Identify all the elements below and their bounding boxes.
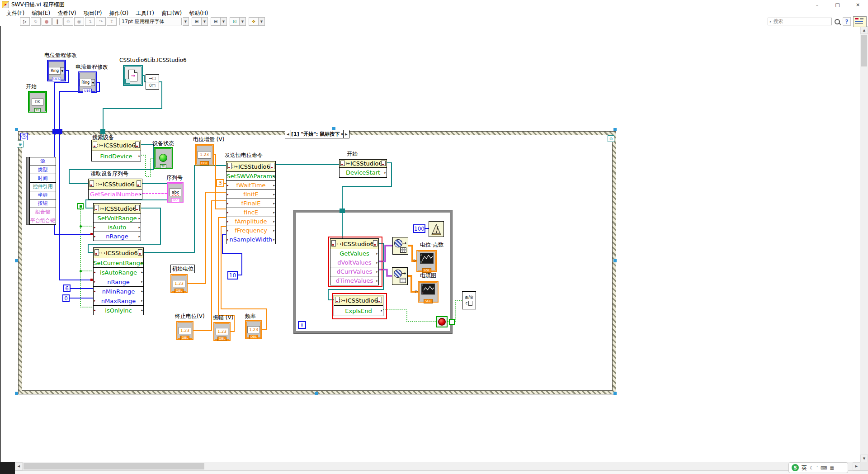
class-open-reference-node[interactable]: →□ 0□ (146, 74, 159, 90)
param-row[interactable]: isOnlyInc (94, 305, 143, 315)
dynamic-event-terminal-icon[interactable]: ⊕ (608, 135, 614, 142)
loop-boolean-tunnel[interactable] (449, 319, 455, 325)
event-data-item[interactable]: 组合键 (30, 208, 56, 216)
menu-help[interactable]: 帮助(H) (185, 9, 212, 18)
loop-condition-terminal[interactable] (436, 316, 448, 327)
param-row[interactable]: fInitE (226, 190, 275, 199)
method-row[interactable]: SetCurrentRange (94, 258, 143, 267)
event-data-item[interactable]: 时间 (30, 174, 56, 182)
invoke-node-set-current-range[interactable]: ∷→ICSStudio6 SetCurrentRange isAutoRange… (93, 247, 144, 315)
scroll-left-icon[interactable]: ◀ (15, 462, 23, 470)
v-increment-control[interactable]: 1.23 DBL (195, 144, 214, 166)
run-button[interactable]: ▷ (20, 17, 30, 26)
selection-handle[interactable] (613, 128, 617, 131)
dynamic-event-terminal-icon[interactable]: ⊕ (17, 141, 24, 147)
event-data-item[interactable]: 按钮 (30, 199, 56, 208)
convert-to-dynamic-data-node[interactable]: → (392, 267, 408, 285)
align-objects-dropdown[interactable]: ⊞ (192, 17, 202, 26)
invoke-node-get-serial[interactable]: ∷→ICSStudio6 GetSerialNumber (88, 179, 142, 199)
selection-handle[interactable] (15, 392, 18, 395)
method-row[interactable]: ExpIsEnd (334, 305, 383, 316)
param-row[interactable]: fIncE (226, 208, 275, 217)
event-structure-selector[interactable]: ◀ [1] "开始": 鼠标按下 ▼ ▶ (285, 130, 349, 138)
param-row[interactable]: fFrequency (226, 226, 275, 235)
param-row[interactable]: nRange (94, 232, 141, 241)
invoke-node-exp-is-end[interactable]: ∷→ICSStudio6 ExpIsEnd (334, 295, 383, 316)
invoke-node-set-swva-params[interactable]: ∷→ICSStudio6 SetSWVAParams fWaitTime fIn… (226, 161, 276, 244)
graph-terminal-current[interactable]: ▷ 20 SGL (418, 281, 439, 303)
scroll-down-icon[interactable]: ▼ (860, 455, 868, 462)
convert-to-dynamic-data-node[interactable]: → (392, 237, 408, 255)
ime-status-bar[interactable]: S 英 ☾ ’ ⌨ ▦ (788, 462, 848, 473)
start-button-terminal[interactable]: OK TF (28, 91, 47, 113)
menu-project[interactable]: 项目(P) (80, 9, 106, 18)
menu-file[interactable]: 文件(F) (3, 9, 28, 18)
misc-subvi-node[interactable]: 图/缩 c (462, 291, 476, 309)
menu-edit[interactable]: 编辑(E) (28, 9, 54, 18)
menu-tools[interactable]: 工具(T) (132, 9, 158, 18)
run-continuous-button[interactable]: ↻ (31, 17, 41, 26)
horizontal-scroll-thumb[interactable] (24, 463, 204, 469)
vi-icon[interactable] (853, 16, 867, 27)
ring-control-current-range[interactable]: Ring▼ U16 (78, 71, 97, 93)
ime-moon-icon[interactable]: ☾ (810, 465, 814, 470)
constant-min-range[interactable]: 6 (63, 284, 71, 292)
invoke-node-find-device[interactable]: ∷→ICSStudio6 FindDevice (91, 140, 141, 161)
event-data-item[interactable]: 控件引用 (30, 182, 56, 191)
method-row[interactable]: GetSerialNumber (89, 189, 142, 199)
param-row[interactable]: nSampleWidth (226, 235, 275, 244)
device-status-led[interactable]: TF (154, 147, 173, 169)
param-row[interactable]: nMinRange (94, 286, 143, 296)
maximize-button[interactable]: ▢ (827, 0, 848, 9)
param-row[interactable]: fFinalE (226, 199, 275, 208)
invoke-node-set-volt-range[interactable]: ∷→ICSStudio6 SetVoltRange isAuto nRange (93, 203, 141, 241)
frequency-control[interactable]: 1.23 DBL (245, 320, 262, 339)
amplitude-control[interactable]: 1.23 DBL (213, 322, 231, 341)
loop-tunnel[interactable] (340, 209, 345, 213)
constant-wait[interactable]: 3 (216, 179, 224, 187)
selection-handle[interactable] (613, 392, 617, 395)
constant-sample-width[interactable]: 10 (227, 271, 238, 280)
distribute-objects-dropdown[interactable]: ⊟ (211, 17, 221, 26)
scroll-up-icon[interactable]: ▲ (860, 26, 868, 34)
pause-button[interactable]: ‖ (52, 17, 62, 26)
ime-toolbox-icon[interactable]: ▦ (830, 465, 834, 470)
step-over-button[interactable]: ↷ (96, 17, 106, 26)
ime-punctuation-icon[interactable]: ’ (816, 465, 818, 470)
resize-objects-caret-icon[interactable]: ▼ (240, 17, 246, 26)
vertical-scroll-thumb[interactable] (861, 35, 867, 66)
event-data-item[interactable]: 类型 (30, 166, 56, 174)
serial-number-indicator[interactable]: abc abc (167, 182, 184, 203)
class-constant[interactable]: → (123, 65, 143, 86)
help-button[interactable]: ? (843, 17, 851, 26)
menu-view[interactable]: 查看(V) (54, 9, 80, 18)
event-data-node[interactable]: 源 类型 时间 控件引用 坐标 按钮 组合键 平台组合键 (26, 157, 56, 225)
param-row[interactable]: nRange (94, 277, 143, 286)
abort-button[interactable]: ● (42, 17, 52, 26)
search-input[interactable]: ▸ 搜索 (768, 18, 832, 25)
step-out-button[interactable]: ↥ (107, 17, 117, 26)
reorder-caret-icon[interactable]: ▼ (259, 17, 265, 26)
selection-handle[interactable] (15, 259, 18, 262)
wait-ms-constant[interactable]: 100 (413, 224, 425, 233)
font-selector-caret-icon[interactable]: ▼ (183, 17, 189, 26)
vertical-scrollbar[interactable] (860, 26, 868, 462)
distribute-objects-caret-icon[interactable]: ▼ (221, 17, 227, 26)
ime-language-indicator[interactable]: 英 (802, 464, 807, 472)
selection-handle[interactable] (315, 392, 318, 395)
selection-handle[interactable] (332, 127, 335, 130)
minimize-button[interactable]: – (807, 0, 827, 9)
wait-until-next-ms-node[interactable] (429, 221, 444, 237)
reorder-dropdown[interactable]: ❖ (249, 17, 259, 26)
tunnel[interactable] (52, 129, 57, 134)
event-data-item[interactable]: 源 (30, 157, 56, 166)
highlight-execution-button[interactable]: ☼ (63, 17, 73, 26)
graph-terminal-voltage[interactable]: ▷ 20 SGL (416, 250, 437, 272)
event-next-icon[interactable]: ▶ (343, 130, 349, 138)
invoke-node-get-values[interactable]: ∷→ICSStudio6 GetValues dVoltValues dCurr… (330, 238, 379, 285)
param-row[interactable]: fAmplitude (226, 217, 275, 226)
constant-max-range[interactable]: 0 (62, 294, 70, 302)
step-into-button[interactable]: ↴ (85, 17, 95, 26)
menu-window[interactable]: 窗口(W) (158, 9, 185, 18)
retain-wire-values-button[interactable]: ◉ (74, 17, 84, 26)
